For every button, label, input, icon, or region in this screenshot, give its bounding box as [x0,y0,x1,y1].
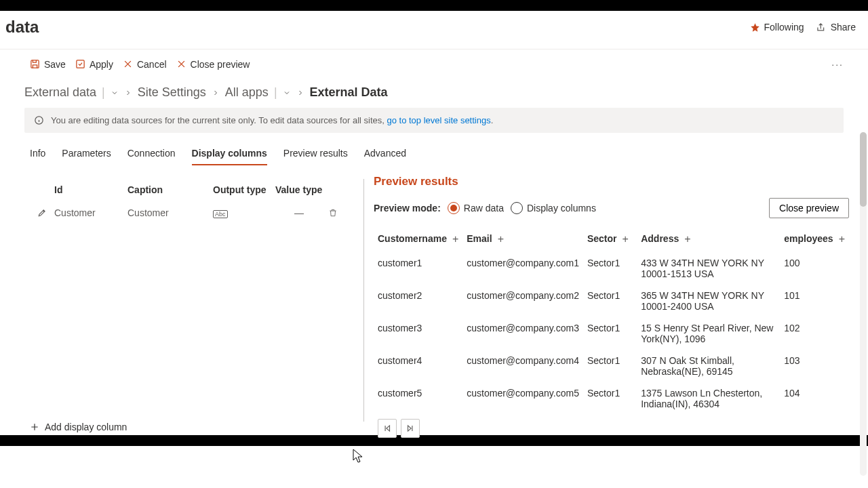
table-cell: customer4 [374,350,462,382]
skip-forward-icon [406,424,415,433]
table-cell: Sector1 [583,252,637,285]
table-cell: customer@company.com1 [462,252,583,285]
following-button[interactable]: Following [750,22,804,33]
table-cell: customer2 [374,285,462,317]
tab-parameters[interactable]: Parameters [62,142,111,165]
col-employees: employees+ [780,226,849,252]
scrollbar-thumb[interactable] [860,132,867,207]
info-link[interactable]: go to top level site settings [387,115,490,125]
table-cell: 1375 Lawson Ln Chesterton, Indiana(IN), … [637,382,780,415]
add-column-icon[interactable]: + [684,233,690,245]
display-columns-panel: Id Caption Output type Value type Custom… [24,165,363,435]
table-row: customer3customer@company.com3Sector115 … [374,317,849,350]
tabs: Info Parameters Connection Display colum… [0,142,868,165]
table-cell: customer@company.com5 [462,382,583,415]
command-bar: Save Apply Cancel Close preview [30,59,250,70]
preview-mode-label: Preview mode: [374,203,441,214]
tab-display-columns[interactable]: Display columns [192,142,267,165]
share-button[interactable]: Share [816,22,856,33]
breadcrumb-item[interactable]: External data [24,85,96,100]
close-icon [176,59,186,69]
chevron-down-icon[interactable] [283,89,291,97]
svg-rect-0 [31,60,39,68]
info-text: You are editing data sources for the cur… [51,115,387,125]
apply-button[interactable]: Apply [75,59,113,70]
preview-title: Preview results [374,175,849,188]
pager-next-button[interactable] [401,419,420,438]
table-cell: 307 N Oak St Kimball, Nebraska(NE), 6914… [637,350,780,382]
table-cell: customer@company.com2 [462,285,583,317]
col-header-id: Id [54,184,127,195]
table-cell: 104 [780,382,849,415]
tab-info[interactable]: Info [30,142,45,165]
row-id: Customer [54,207,127,218]
skip-back-icon [382,424,392,433]
add-column-icon[interactable]: + [623,233,629,245]
pencil-icon [37,208,47,218]
add-display-column-button[interactable]: Add display column [30,422,127,432]
add-column-icon[interactable]: + [452,233,458,245]
preview-results-table: Customername+ Email+ Sector+ Address+ em… [374,226,849,415]
radio-display-columns[interactable]: Display columns [511,202,596,214]
table-row: customer1customer@company.com1Sector1433… [374,252,849,285]
table-cell: 100 [780,252,849,285]
breadcrumb-item[interactable]: All apps [225,85,269,100]
info-icon [34,115,44,125]
table-cell: Sector1 [583,317,637,350]
add-column-icon[interactable]: + [839,233,845,245]
table-row: customer5customer@company.com5Sector1137… [374,382,849,415]
breadcrumb-item[interactable]: Site Settings [138,85,206,100]
cancel-icon [123,59,133,69]
table-row: customer2customer@company.com2Sector1365… [374,285,849,317]
plus-icon [30,422,39,432]
col-header-output: Output type [213,184,275,195]
radio-icon [448,202,460,214]
radio-raw-data[interactable]: Raw data [448,202,504,214]
table-row: customer4customer@company.com4Sector1307… [374,350,849,382]
close-preview-button[interactable]: Close preview [176,59,250,70]
table-cell: Sector1 [583,285,637,317]
table-cell: 433 W 34TH NEW YORK NY 10001-1513 USA [637,252,780,285]
table-cell: Sector1 [583,350,637,382]
more-button[interactable]: ··· [831,59,844,70]
table-cell: 102 [780,317,849,350]
delete-row-button[interactable] [323,208,343,218]
star-icon [750,22,760,33]
col-customername: Customername+ [374,226,462,252]
col-header-caption: Caption [127,184,213,195]
vertical-scrollbar[interactable] [860,132,867,446]
share-icon [816,22,827,33]
table-cell: 101 [780,285,849,317]
table-cell: customer@company.com3 [462,317,583,350]
text-type-badge: Abc [213,210,228,218]
tab-connection[interactable]: Connection [127,142,176,165]
col-sector: Sector+ [583,226,637,252]
cancel-button[interactable]: Cancel [123,59,167,70]
radio-icon [511,202,523,214]
table-cell: 365 W 34TH NEW YORK NY 10001-2400 USA [637,285,780,317]
breadcrumb-current: External Data [310,85,388,100]
table-cell: customer3 [374,317,462,350]
preview-panel: Preview results Preview mode: Raw data D… [364,165,868,435]
chevron-right-icon [212,89,220,97]
save-icon [30,59,40,69]
table-cell: 103 [780,350,849,382]
svg-rect-1 [77,60,84,68]
tab-preview-results[interactable]: Preview results [283,142,348,165]
tab-advanced[interactable]: Advanced [364,142,406,165]
breadcrumb: External data | Site Settings All apps |… [0,79,868,108]
display-column-row: Customer Customer Abc — [24,202,363,224]
table-cell: customer1 [374,252,462,285]
chevron-down-icon[interactable] [111,89,119,97]
table-cell: customer@company.com4 [462,350,583,382]
page-title: data [5,18,39,37]
row-value: — [275,207,323,218]
edit-row-button[interactable] [30,208,54,218]
add-column-icon[interactable]: + [498,233,504,245]
close-preview-panel-button[interactable]: Close preview [769,198,849,218]
row-output: Abc [213,207,275,218]
save-button[interactable]: Save [30,59,66,70]
pager [374,415,849,438]
page-header: data Following Share [0,11,868,49]
pager-first-button[interactable] [378,419,397,438]
